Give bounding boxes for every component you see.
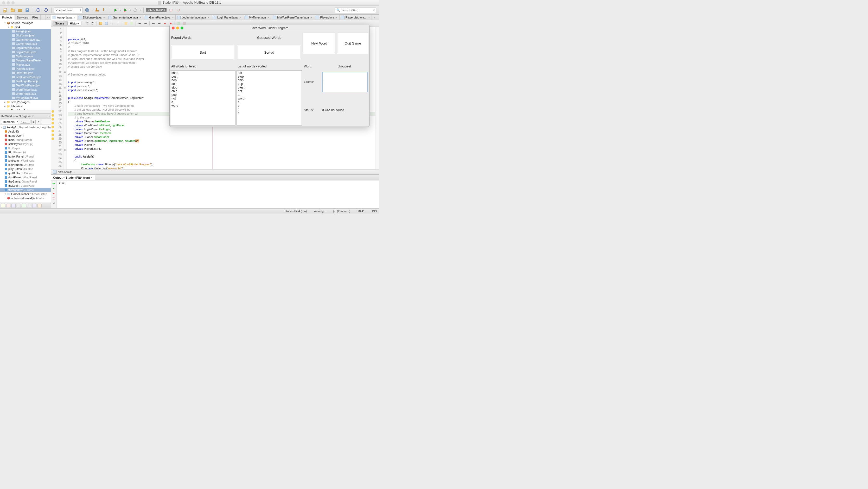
tree-folder[interactable]: ▸📁Test Libraries [0,108,51,110]
tab-projects[interactable]: Projects [0,15,15,20]
fold-marker[interactable] [63,78,66,82]
code-line[interactable]: private GamePanel theGame; [68,132,375,135]
tab-close-icon[interactable]: × [72,16,76,19]
line-number[interactable]: 21 [51,106,63,110]
gc-button-1[interactable] [168,7,174,13]
navigator-minimize-icon[interactable]: ▭ [47,115,50,118]
navigator-option2-button[interactable]: ≡ [37,120,41,124]
toggle-bookmark-button[interactable] [129,21,134,26]
tree-file[interactable]: TestLoginPanel.ja [0,79,51,83]
code-line[interactable]: public Assig4() [68,155,375,159]
find-prev-button[interactable]: ↑ [110,21,115,26]
navigator-tree[interactable]: ▾Assig4 :: GameInterface, LoginInAssig4(… [0,125,51,203]
file-tab[interactable]: PlayerList.java...× [340,15,372,20]
java-zoom-icon[interactable] [181,27,183,29]
nav-member[interactable]: setPlayer(Player pl) [0,142,51,146]
list-item[interactable]: chop [172,71,234,75]
line-number[interactable]: 29 [51,137,63,141]
nav-back-button[interactable]: ⬚ [85,21,89,26]
code-line[interactable]: PL = new PlayerList("players.txt"); [68,167,375,169]
fold-marker[interactable] [63,168,66,169]
fold-marker[interactable] [63,98,66,102]
macro-rec-button[interactable]: ● [163,21,167,26]
line-number[interactable]: 5 [51,43,63,47]
code-line[interactable] [68,151,375,155]
sorted-button[interactable]: Sorted [238,45,301,59]
fold-marker[interactable]: ⊟ [63,86,66,90]
fold-marker[interactable] [63,47,66,51]
gc-button-2[interactable] [175,7,181,13]
clean-build-button[interactable] [101,7,107,13]
run-config-dropdown[interactable]: <default conf... [54,7,83,13]
fold-marker[interactable] [63,82,66,86]
tree-scrollbar[interactable] [0,110,51,113]
minimize-window-icon[interactable] [7,1,10,4]
search-input[interactable] [341,8,371,12]
line-number[interactable]: 37 [51,168,63,169]
fold-marker[interactable] [63,164,66,168]
list-item[interactable]: pest [172,75,234,78]
line-number[interactable]: 19 [51,98,63,102]
file-tab[interactable]: Dictionary.java× [77,15,107,20]
tree-folder[interactable]: ▸📁Test Packages [0,100,51,104]
file-tab[interactable]: MyTimer.java× [243,15,271,20]
fold-marker[interactable] [63,31,66,35]
nav-filter-3[interactable] [11,204,16,208]
line-number[interactable]: 27 [51,129,63,133]
nav-filter-8[interactable] [37,204,42,208]
global-search[interactable]: 🔍 ✕ [335,7,376,13]
line-number[interactable]: 31 [51,145,63,149]
file-tab[interactable]: GamePanel.java× [143,15,176,20]
nav-member[interactable]: theWindow : JFrame [0,188,51,192]
output-tab-close-icon[interactable]: × [91,176,92,179]
nav-member[interactable]: P : Player [0,146,51,150]
nav-member[interactable]: ▾GameListener :: ActionListen [0,192,51,196]
tree-file[interactable]: TestWordPanel.jav [0,83,51,87]
tree-file[interactable]: GamePanel.java [0,42,51,46]
tree-file[interactable]: MyTimer.java [0,54,51,58]
run-button[interactable] [113,7,118,13]
nav-filter-7[interactable] [32,204,36,208]
clear-search-icon[interactable]: ✕ [372,8,375,12]
fold-marker[interactable] [63,125,66,129]
list-item[interactable]: cot [238,71,301,75]
nav-member[interactable]: gameOver() [0,134,51,138]
tab-close-icon[interactable]: × [172,16,175,19]
line-number[interactable]: 9 [51,59,63,63]
line-number[interactable]: 4 [51,39,63,43]
fold-marker[interactable] [63,90,66,94]
status-more[interactable]: ×(2 more...) [333,210,350,213]
list-item[interactable]: stop [238,75,301,78]
next-bookmark-button[interactable]: ⇥ [143,21,148,26]
tree-folder[interactable]: ▸📁Libraries [0,104,51,108]
shift-right-button[interactable]: ⇥ [157,21,162,26]
tree-file[interactable]: TestGamePanel.jav [0,75,51,79]
list-item[interactable]: chip [172,89,234,93]
line-number[interactable]: 24 [51,117,63,121]
list-item[interactable]: piest [238,86,301,89]
next-word-button[interactable]: Next Word [303,33,335,54]
error-stripe[interactable] [375,27,379,169]
navigator-filter-input[interactable]: <e... [20,120,30,124]
code-line[interactable]: private JButton quitButton, loginButton,… [68,139,375,143]
line-number[interactable]: 28 [51,133,63,137]
guess-input[interactable] [322,72,368,92]
fold-marker[interactable] [63,133,66,137]
navigator-view-dropdown[interactable]: Members [1,120,19,124]
tab-close-icon[interactable]: × [139,16,142,19]
fold-marker[interactable] [63,137,66,141]
fold-marker[interactable] [63,67,66,70]
line-number[interactable]: 12 [51,70,63,75]
line-number[interactable]: 32 [51,149,63,152]
nav-member[interactable]: theLogin : LoginPanel [0,183,51,188]
shift-left-button[interactable]: ⇤ [151,21,156,26]
line-number[interactable]: 30 [51,141,63,145]
line-number[interactable]: 16 [51,86,63,90]
nav-member[interactable]: loginButton : JButton [0,163,51,167]
line-number[interactable]: 6 [51,47,63,51]
fold-marker[interactable] [63,28,66,31]
nav-filter-5[interactable] [22,204,26,208]
fold-marker[interactable] [63,63,66,67]
project-tree[interactable]: ▾📦Source Packages▾📁pitt4Assig4.javaDicti… [0,20,51,110]
code-line[interactable]: private LoginPanel theLogin; [68,127,375,132]
